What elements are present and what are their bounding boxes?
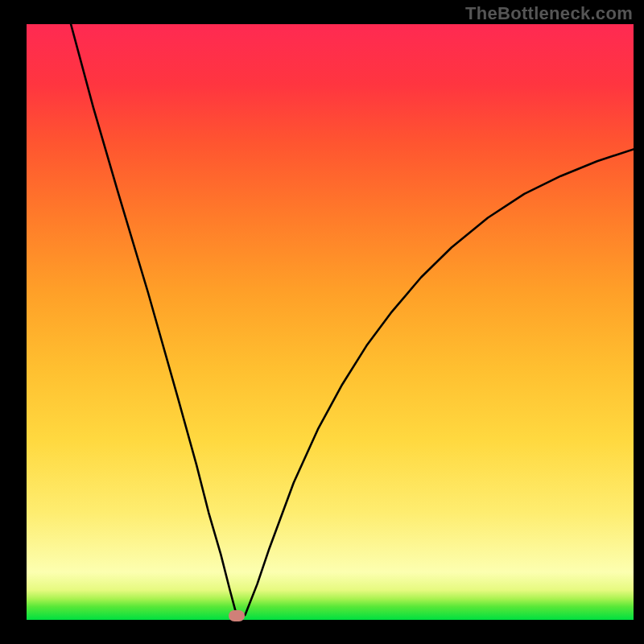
min-marker — [229, 610, 245, 621]
curve-svg — [27, 24, 634, 620]
chart-container: TheBottleneck.com — [0, 0, 644, 644]
watermark-text: TheBottleneck.com — [465, 3, 633, 24]
curve-line — [71, 24, 634, 615]
plot-area — [27, 24, 634, 620]
